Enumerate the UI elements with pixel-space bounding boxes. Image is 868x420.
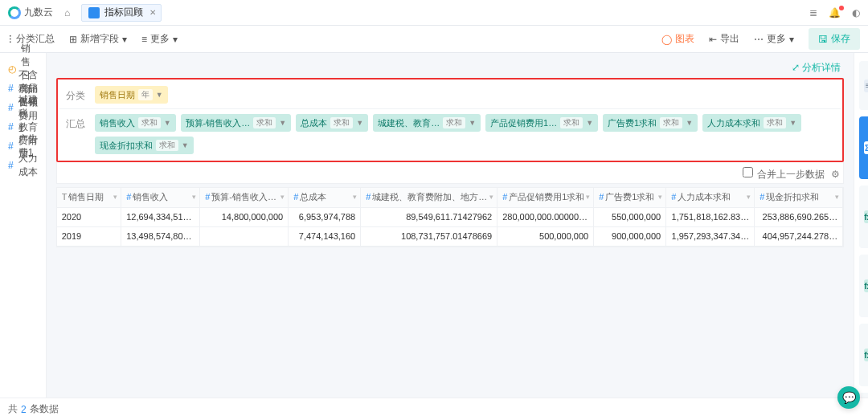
- fx-icon: fx: [864, 210, 868, 223]
- cell: 6,953,974,788: [289, 207, 361, 226]
- add-field-button[interactable]: ⊞ 新增字段 ▾: [69, 32, 127, 46]
- cell: 1,957,293,347.34…: [666, 226, 755, 246]
- workspace-tab[interactable]: 指标回顾 ✕: [81, 4, 162, 22]
- hash-icon: #: [205, 192, 210, 202]
- cell: [200, 226, 289, 246]
- summary-pill[interactable]: 产品促销费用1…求和▼: [485, 114, 598, 132]
- chart-button[interactable]: ◯ 图表: [661, 32, 694, 46]
- cell: 500,000,000: [497, 226, 594, 246]
- sort-icon[interactable]: ▾: [835, 193, 839, 201]
- help-floating-button[interactable]: 💬: [837, 386, 860, 409]
- cell: 404,957,244.278…: [755, 226, 843, 246]
- sort-icon[interactable]: ▾: [747, 193, 751, 201]
- cell: 253,886,690.265…: [755, 207, 843, 226]
- chevron-down-icon[interactable]: ▼: [469, 119, 476, 127]
- col-header[interactable]: #销售收入▾: [121, 188, 200, 207]
- cell: 550,000,000: [594, 207, 666, 226]
- summary-pill[interactable]: 城建税、教育…求和▼: [373, 114, 481, 132]
- list-icon[interactable]: ≣: [809, 7, 817, 18]
- cell: 13,498,574,809…: [121, 226, 200, 246]
- summary-pill[interactable]: 广告费1求和求和▼: [603, 114, 698, 132]
- text-icon: T: [62, 192, 68, 202]
- sort-icon[interactable]: ▾: [113, 193, 117, 201]
- col-header[interactable]: #预算-销售收入求和▾: [200, 188, 289, 207]
- chevron-down-icon[interactable]: ▼: [156, 91, 163, 99]
- hash-icon: #: [502, 192, 507, 202]
- hash-icon: #: [671, 192, 676, 202]
- more-button[interactable]: ≡ 更多 ▾: [141, 32, 178, 46]
- col-header[interactable]: #总成本▾: [289, 188, 361, 207]
- chevron-down-icon[interactable]: ▼: [279, 119, 286, 127]
- hash-icon: #: [8, 121, 14, 133]
- hash-icon: #: [599, 192, 604, 202]
- sort-icon[interactable]: ▾: [586, 193, 590, 201]
- sort-icon[interactable]: ▾: [280, 193, 285, 201]
- group-summary-config: 分类 销售日期 年 ▼ 汇总 销售收入求和▼ 预算-销售收入…求和▼ 总成本求和…: [56, 78, 845, 162]
- step-formula[interactable]: fx公式/函数⋮: [859, 186, 868, 248]
- table-header-row: T销售日期▾ #销售收入▾ #预算-销售收入求和▾ #总成本▾ #城建税、教育费…: [57, 188, 843, 207]
- more2-button[interactable]: ⋯ 更多 ▾: [754, 32, 794, 46]
- step-formula[interactable]: fx公式/函数⋮: [859, 255, 868, 317]
- step-rail: ≡选字段 Σ分类汇总⋮ fx公式/函数⋮ fx公式/函数⋮ fx公式/函数⋮ f…: [854, 53, 868, 398]
- close-icon[interactable]: ✕: [149, 8, 156, 17]
- summary-pill[interactable]: 预算-销售收入…求和▼: [181, 114, 292, 132]
- tab-icon: [88, 7, 100, 18]
- field-item[interactable]: #人力成本: [0, 156, 46, 175]
- col-header[interactable]: #现金折扣求和▾: [755, 188, 843, 207]
- step-icon: ≡: [864, 80, 868, 92]
- brand-mark-icon: [8, 6, 21, 19]
- col-header[interactable]: T销售日期▾: [57, 188, 121, 207]
- hash-icon: #: [760, 192, 764, 202]
- clock-icon: ◴: [8, 63, 16, 75]
- home-icon[interactable]: ⌂: [64, 7, 70, 18]
- chevron-down-icon[interactable]: ▼: [356, 119, 363, 127]
- user-icon[interactable]: ◐: [852, 7, 860, 18]
- bell-icon[interactable]: 🔔: [829, 7, 841, 18]
- merge-prev-checkbox[interactable]: 合并上一步数据: [743, 167, 825, 181]
- summary-pill[interactable]: 人力成本求和求和▼: [702, 114, 801, 132]
- hash-icon: #: [366, 192, 371, 202]
- table-row[interactable]: 2020 12,694,334,513… 14,800,000,000 6,95…: [57, 207, 843, 226]
- col-header[interactable]: #城建税、教育费附加、地方教育…▾: [361, 188, 497, 207]
- summary-pill[interactable]: 销售收入求和▼: [95, 114, 176, 132]
- fx-icon: fx: [864, 349, 868, 361]
- status-footer: 共 2 条数据: [0, 398, 868, 420]
- hash-icon: #: [126, 192, 131, 202]
- step-icon: Σ: [864, 141, 868, 154]
- config-tools: 合并上一步数据 ⚙: [56, 162, 845, 184]
- summary-pill[interactable]: 现金折扣求和求和▼: [95, 137, 194, 154]
- col-header[interactable]: #人力成本求和▾: [666, 188, 755, 207]
- step-formula[interactable]: fx公式/函数⋮: [859, 324, 868, 386]
- gear-icon[interactable]: ⚙: [831, 169, 840, 180]
- summary-pill[interactable]: 总成本求和▼: [296, 114, 368, 132]
- table-row[interactable]: 2019 13,498,574,809… 7,474,143,160 108,7…: [57, 226, 843, 246]
- cell: 108,731,757.01478669: [361, 226, 497, 246]
- summary-row-label: 汇总: [66, 114, 88, 131]
- chevron-down-icon[interactable]: ▼: [182, 141, 189, 149]
- chevron-down-icon[interactable]: ▼: [164, 119, 171, 127]
- sort-icon[interactable]: ▾: [192, 193, 196, 201]
- col-header[interactable]: #产品促销费用1求和▾: [497, 188, 594, 207]
- data-table: T销售日期▾ #销售收入▾ #预算-销售收入求和▾ #总成本▾ #城建税、教育费…: [56, 187, 845, 247]
- step-select-fields[interactable]: ≡选字段: [859, 61, 868, 110]
- cell: 14,800,000,000: [200, 207, 289, 226]
- sort-icon[interactable]: ▾: [658, 193, 662, 201]
- field-list: ◴销售日期 #不含税销售额 #产品促销费用1 #城建税、教育费附加… #广告费1…: [0, 53, 47, 398]
- chevron-down-icon[interactable]: ▼: [789, 119, 796, 127]
- export-button[interactable]: ⇤ 导出: [709, 32, 739, 46]
- cell: 89,549,611.71427962: [361, 207, 497, 226]
- analysis-detail-link[interactable]: ⤢ 分析详情: [792, 62, 841, 73]
- row-count: 2: [21, 404, 27, 415]
- chevron-down-icon[interactable]: ▼: [586, 119, 593, 127]
- col-header[interactable]: #广告费1求和▾: [594, 188, 666, 207]
- sort-icon[interactable]: ▾: [489, 193, 493, 201]
- group-row-label: 分类: [66, 86, 88, 103]
- hash-icon: #: [293, 192, 298, 202]
- chevron-down-icon[interactable]: ▼: [686, 119, 693, 127]
- sort-icon[interactable]: ▾: [353, 193, 357, 201]
- brand-logo: 九数云: [8, 6, 53, 19]
- cell: 7,474,143,160: [289, 226, 361, 246]
- save-button[interactable]: 🖫 保存: [809, 28, 860, 50]
- step-group-summary[interactable]: Σ分类汇总⋮: [859, 116, 868, 179]
- group-pill[interactable]: 销售日期 年 ▼: [95, 86, 168, 104]
